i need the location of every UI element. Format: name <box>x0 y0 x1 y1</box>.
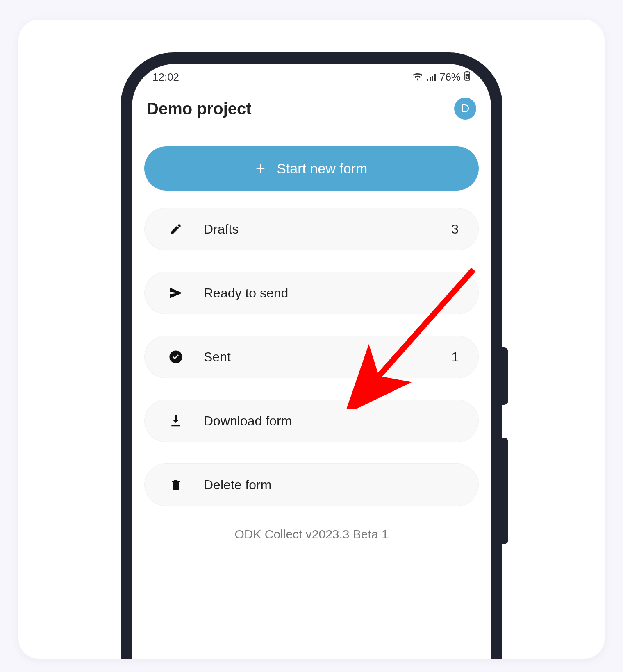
phone-side-button-lower <box>502 438 508 544</box>
download-label: Download form <box>204 413 459 429</box>
send-icon <box>164 286 187 300</box>
ready-to-send-button[interactable]: Ready to send <box>144 272 479 314</box>
drafts-count: 3 <box>451 222 459 237</box>
delete-form-button[interactable]: Delete form <box>144 463 479 506</box>
phone-mockup: 12:02 76% Demo <box>121 52 502 659</box>
download-icon <box>164 414 187 427</box>
avatar[interactable]: D <box>454 98 476 120</box>
drafts-button[interactable]: Drafts 3 <box>144 208 479 250</box>
wifi-icon <box>412 71 423 84</box>
main-content: + Start new form Drafts 3 <box>132 129 491 541</box>
screenshot-card: 12:02 76% Demo <box>18 20 605 659</box>
avatar-initial: D <box>461 102 469 115</box>
sent-button[interactable]: Sent 1 <box>144 336 479 378</box>
drafts-label: Drafts <box>204 222 451 237</box>
pencil-icon <box>164 222 187 236</box>
status-right: 76% <box>412 71 471 84</box>
battery-text: 76% <box>439 71 461 84</box>
delete-label: Delete form <box>204 477 459 493</box>
ready-label: Ready to send <box>204 286 459 301</box>
svg-rect-1 <box>466 71 468 72</box>
start-new-form-button[interactable]: + Start new form <box>144 146 479 191</box>
battery-icon <box>464 71 471 84</box>
plus-icon: + <box>256 160 265 177</box>
sent-label: Sent <box>204 350 451 365</box>
version-text: ODK Collect v2023.3 Beta 1 <box>144 527 479 541</box>
status-bar: 12:02 76% <box>132 64 491 90</box>
start-new-form-label: Start new form <box>277 161 367 177</box>
phone-screen: 12:02 76% Demo <box>132 64 491 659</box>
status-time: 12:02 <box>152 71 179 84</box>
app-header: Demo project D <box>132 90 491 129</box>
phone-frame: 12:02 76% Demo <box>121 52 502 659</box>
phone-side-button-upper <box>502 347 508 405</box>
page-title: Demo project <box>147 100 252 118</box>
sent-count: 1 <box>451 350 459 365</box>
download-form-button[interactable]: Download form <box>144 400 479 442</box>
trash-icon <box>164 478 187 491</box>
signal-icon <box>426 71 436 84</box>
check-circle-icon <box>164 350 187 364</box>
